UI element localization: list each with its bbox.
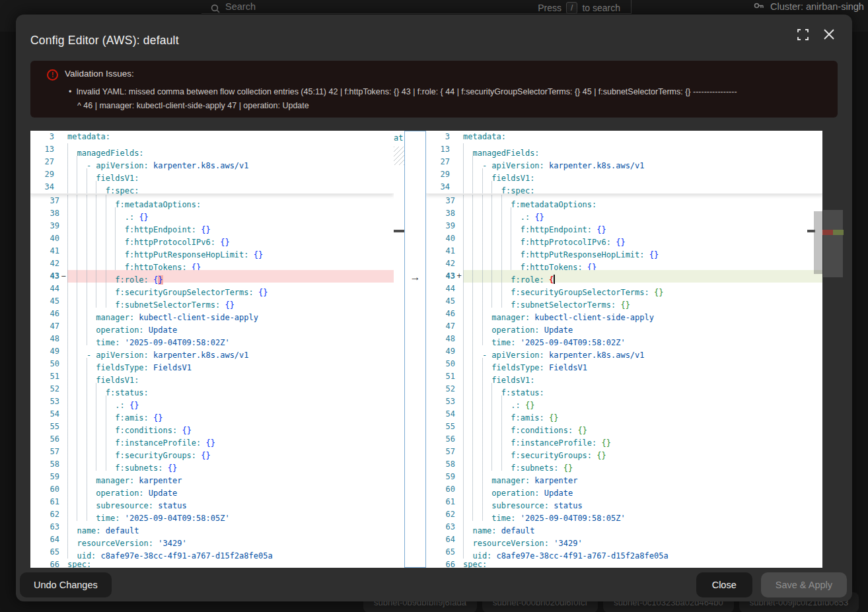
validation-title: Validation Issues: <box>65 69 134 79</box>
code-line[interactable]: 56 f:instanceProfile: {} <box>30 433 394 446</box>
line-number: 63 <box>426 521 455 533</box>
code-line[interactable]: 37 f:metadataOptions: <box>426 195 822 207</box>
code-line[interactable]: 40 f:httpProtocolIPv6: {} <box>426 232 822 245</box>
code-line[interactable]: 46 manager: kubectl-client-side-apply <box>426 308 822 320</box>
code-line[interactable]: 39 f:httpEndpoint: {} <box>30 220 394 232</box>
diff-viewport-indicator[interactable]: → <box>404 131 426 568</box>
code-line[interactable]: 42 f:httpTokens: {} <box>426 257 822 270</box>
line-number: 39 <box>30 220 59 232</box>
line-number: 3 <box>426 131 450 143</box>
code-line[interactable]: 62 time: '2025-09-04T09:58:05Z' <box>426 508 822 521</box>
code-line[interactable]: 40 f:httpProtocolIPv6: {} <box>30 232 394 245</box>
code-line[interactable]: 61 subresource: status <box>30 496 394 508</box>
code-line[interactable]: 64 resourceVersion: '3429' <box>30 533 394 546</box>
code-line[interactable]: 45 f:subnetSelectorTerms: {} <box>426 295 822 308</box>
search-input[interactable] <box>225 1 476 12</box>
code-line[interactable]: 65 uid: c8afe97e-38cc-4f91-a767-d15f2a8f… <box>30 546 394 559</box>
line-number: 44 <box>30 283 59 295</box>
line-number: 64 <box>30 533 59 546</box>
code-line[interactable]: 53 .: {} <box>30 395 394 408</box>
code-line[interactable]: 54 f:amis: {} <box>426 408 822 421</box>
code-line[interactable]: 52 f:status: <box>30 383 394 395</box>
original-pane[interactable]: 3metadata:13managedFields:27- apiVersion… <box>30 131 394 568</box>
clipped-text-fragment: at <box>394 133 403 143</box>
line-number: 34 <box>30 181 54 193</box>
code-line[interactable]: 39 f:httpEndpoint: {} <box>426 220 822 232</box>
code-line[interactable]: 42 f:httpTokens: {} <box>30 257 394 270</box>
line-number: 66 <box>426 559 455 568</box>
modified-pane[interactable]: 3metadata:13managedFields:27- apiVersion… <box>426 131 822 568</box>
code-line[interactable]: 58 f:subnets: {} <box>30 458 394 471</box>
code-line[interactable]: 47 operation: Update <box>30 320 394 333</box>
line-number: 65 <box>30 546 59 559</box>
code-line[interactable]: 51 fieldsV1: <box>426 370 822 383</box>
global-search[interactable]: Press / to search <box>201 0 631 14</box>
line-number: 59 <box>30 471 59 483</box>
code-line[interactable]: 41 f:httpPutResponseHopLimit: {} <box>426 245 822 257</box>
code-line[interactable]: 66 spec: <box>426 559 822 568</box>
code-line[interactable]: 58 f:subnets: {} <box>426 458 822 471</box>
code-line[interactable]: 61 subresource: status <box>426 496 822 508</box>
overview-cursor-marker-left <box>394 230 404 232</box>
line-number: 44 <box>426 283 455 295</box>
code-line[interactable]: 37 f:metadataOptions: <box>30 195 394 207</box>
line-number: 41 <box>426 245 455 257</box>
code-line[interactable]: 38 .: {} <box>426 207 822 220</box>
cluster-selector[interactable]: Cluster: anirban-singh <box>754 1 864 12</box>
undo-changes-button[interactable]: Undo Changes <box>20 572 112 597</box>
code-line[interactable]: 45 f:subnetSelectorTerms: {} <box>30 295 394 308</box>
diff-overview-ruler[interactable] <box>822 131 844 568</box>
code-line[interactable]: 57 f:securityGroups: {} <box>426 446 822 458</box>
dialog-title: Config Editor (AWS): default <box>30 34 179 48</box>
line-number: 59 <box>426 471 455 483</box>
code-line[interactable]: 49 - apiVersion: karpenter.k8s.aws/v1 <box>426 345 822 358</box>
code-line[interactable]: 50 fieldsType: FieldsV1 <box>426 358 822 370</box>
line-number: 13 <box>426 143 450 156</box>
code-line[interactable]: 52 f:status: <box>426 383 822 395</box>
line-number: 51 <box>30 370 59 383</box>
expand-button[interactable] <box>797 29 813 45</box>
code-line[interactable]: 60 operation: Update <box>426 483 822 496</box>
code-line[interactable]: 53 .: {} <box>426 395 822 408</box>
revert-change-arrow-button[interactable]: → <box>405 271 425 283</box>
code-line[interactable]: 54 f:amis: {} <box>30 408 394 421</box>
code-line[interactable]: 41 f:httpPutResponseHopLimit: {} <box>30 245 394 257</box>
code-line[interactable]: 59 manager: karpenter <box>426 471 822 483</box>
code-line[interactable]: 44 f:securityGroupSelectorTerms: {} <box>30 283 394 295</box>
code-line[interactable]: 48 time: '2025-09-04T09:58:02Z' <box>426 333 822 345</box>
code-line[interactable]: 43+f:role: { <box>426 270 822 283</box>
code-line[interactable]: 66 spec: <box>30 559 394 568</box>
line-number: 37 <box>426 195 455 207</box>
close-icon-button[interactable] <box>823 28 840 46</box>
code-line[interactable]: 38 .: {} <box>30 207 394 220</box>
code-line[interactable]: 48 time: '2025-09-04T09:58:02Z' <box>30 333 394 345</box>
line-number: 54 <box>30 408 59 421</box>
code-line[interactable]: 49 - apiVersion: karpenter.k8s.aws/v1 <box>30 345 394 358</box>
code-line[interactable]: 47 operation: Update <box>426 320 822 333</box>
diff-gutter: at <box>394 131 404 568</box>
code-line[interactable]: 65 uid: c8afe97e-38cc-4f91-a767-d15f2a8f… <box>426 546 822 559</box>
save-apply-button[interactable]: Save & Apply <box>761 572 847 597</box>
code-line[interactable]: 55 f:conditions: {} <box>30 421 394 433</box>
code-line[interactable]: 43−f:role: {} <box>30 270 394 283</box>
code-line[interactable]: 64 resourceVersion: '3429' <box>426 533 822 546</box>
search-shortcut-hint: Press / to search <box>538 2 620 14</box>
code-line[interactable]: 62 time: '2025-09-04T09:58:05Z' <box>30 508 394 521</box>
code-line[interactable]: 46 manager: kubectl-client-side-apply <box>30 308 394 320</box>
code-line[interactable]: 63 name: default <box>30 521 394 533</box>
code-line[interactable]: 60 operation: Update <box>30 483 394 496</box>
code-line[interactable]: 44 f:securityGroupSelectorTerms: {} <box>426 283 822 295</box>
code-line[interactable]: 55 f:conditions: {} <box>426 421 822 433</box>
code-line[interactable]: 57 f:securityGroups: {} <box>30 446 394 458</box>
code-line[interactable]: 51 fieldsV1: <box>30 370 394 383</box>
line-number: 60 <box>30 483 59 496</box>
code-line[interactable]: 59 manager: karpenter <box>30 471 394 483</box>
overview-slider[interactable] <box>823 210 843 277</box>
close-button[interactable]: Close <box>696 572 752 597</box>
code-line[interactable]: 50 fieldsType: FieldsV1 <box>30 358 394 370</box>
code-line[interactable]: 56 f:instanceProfile: {} <box>426 433 822 446</box>
vertical-scrollbar[interactable] <box>814 211 822 274</box>
sticky-line: 13managedFields: <box>30 143 394 156</box>
code-line[interactable]: 63 name: default <box>426 521 822 533</box>
line-number: 50 <box>426 358 455 370</box>
